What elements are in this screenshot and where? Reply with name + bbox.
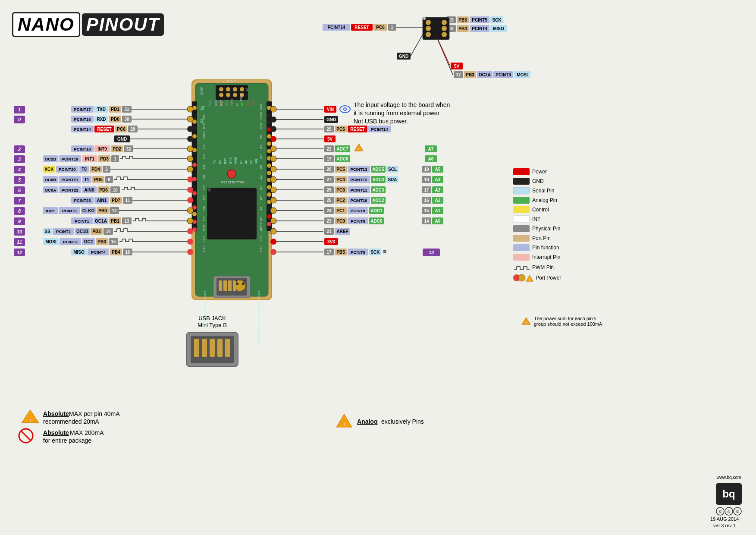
svg-text:XCK: XCK bbox=[44, 167, 54, 172]
svg-text:SDA: SDA bbox=[388, 177, 397, 182]
svg-text:OC1B: OC1B bbox=[76, 229, 88, 234]
svg-point-91 bbox=[267, 192, 271, 197]
svg-point-348 bbox=[270, 166, 276, 172]
svg-rect-463 bbox=[513, 178, 530, 185]
svg-text:PB4: PB4 bbox=[112, 250, 120, 255]
svg-point-263 bbox=[187, 218, 193, 224]
svg-text:32: 32 bbox=[126, 147, 131, 151]
svg-text:PD5: PD5 bbox=[94, 177, 103, 182]
svg-text:RESET BUTTON: RESET BUTTON bbox=[221, 181, 245, 184]
svg-point-303 bbox=[187, 249, 193, 255]
info-text: The input voltage to the board when it i… bbox=[354, 101, 450, 125]
svg-text:1: 1 bbox=[18, 107, 21, 112]
svg-text:A5: A5 bbox=[435, 167, 441, 172]
svg-rect-104 bbox=[219, 280, 222, 291]
svg-point-88 bbox=[267, 171, 271, 175]
left-pin-3: 3 OC2B PCINT19 INT1 PD3 1 bbox=[14, 155, 193, 163]
svg-point-442 bbox=[270, 239, 276, 245]
svg-text:11: 11 bbox=[17, 239, 22, 245]
svg-text:0: 0 bbox=[18, 117, 21, 122]
svg-text:A0: A0 bbox=[259, 217, 263, 221]
svg-text:Port Pin: Port Pin bbox=[532, 235, 551, 241]
svg-text:VIN: VIN bbox=[327, 107, 334, 112]
svg-text:16: 16 bbox=[125, 250, 130, 255]
svg-point-81 bbox=[267, 120, 271, 125]
svg-text:9: 9 bbox=[18, 219, 21, 224]
right-pin-adc7: 22 ADC7 ! A7 bbox=[270, 144, 437, 152]
svg-text:!: ! bbox=[358, 147, 360, 151]
svg-point-99 bbox=[207, 188, 211, 192]
svg-rect-469 bbox=[513, 206, 530, 213]
svg-text:RXD: RXD bbox=[97, 117, 106, 122]
svg-point-84 bbox=[267, 142, 271, 146]
svg-text:A3: A3 bbox=[435, 188, 441, 192]
svg-text:RESET: RESET bbox=[97, 127, 111, 132]
svg-point-32 bbox=[426, 32, 431, 37]
top-right-labels: PCINT14 RESET PC6 1 19 PB5 PCINT5 SCK bbox=[323, 16, 530, 78]
svg-text:A1: A1 bbox=[435, 208, 441, 213]
svg-text:D6: D6 bbox=[202, 185, 206, 190]
svg-point-59 bbox=[240, 87, 244, 91]
svg-text:bq: bq bbox=[722, 488, 735, 500]
svg-text:VIN: VIN bbox=[252, 101, 255, 106]
svg-text:PCINT8: PCINT8 bbox=[351, 219, 365, 223]
svg-text:⊙: ⊙ bbox=[727, 510, 731, 514]
svg-point-446 bbox=[270, 249, 276, 255]
svg-text:!: ! bbox=[344, 422, 345, 427]
analog-note: ! Analog exclusively Pins bbox=[336, 414, 424, 427]
svg-point-73 bbox=[192, 191, 197, 195]
svg-text:23: 23 bbox=[326, 219, 332, 223]
svg-point-31 bbox=[442, 26, 447, 31]
svg-text:17: 17 bbox=[326, 250, 332, 255]
svg-point-408 bbox=[270, 208, 276, 214]
left-pin-1: 1 PCINT17 TXD PD1 31 bbox=[14, 106, 193, 113]
svg-text:19 AUG 2014: 19 AUG 2014 bbox=[710, 516, 739, 522]
svg-point-30 bbox=[426, 26, 431, 31]
svg-text:D13: D13 bbox=[259, 245, 263, 252]
svg-text:D3: D3 bbox=[202, 154, 206, 159]
svg-text:AREF: AREF bbox=[259, 222, 263, 231]
svg-text:Physical Pin: Physical Pin bbox=[532, 226, 560, 232]
svg-point-94 bbox=[267, 214, 271, 219]
svg-rect-467 bbox=[513, 197, 530, 204]
svg-text:1: 1 bbox=[114, 157, 116, 161]
svg-text:PWR: PWR bbox=[239, 93, 243, 101]
svg-text:PC0: PC0 bbox=[336, 219, 345, 223]
right-pin-a2: 25 PC2 PCINT10 ADC2 16 A2 bbox=[270, 197, 443, 204]
svg-text:PC6: PC6 bbox=[376, 25, 385, 30]
svg-text:14: 14 bbox=[424, 219, 429, 223]
svg-text:A0: A0 bbox=[435, 219, 441, 223]
svg-text:SCL: SCL bbox=[388, 167, 397, 172]
svg-text:recommended 20mA: recommended 20mA bbox=[43, 418, 100, 425]
svg-text:D12: D12 bbox=[202, 245, 206, 252]
svg-line-37 bbox=[411, 35, 423, 56]
right-pin-5v: 5V bbox=[270, 135, 336, 142]
left-pin-8: 8 ICP1 PCINT0 CLKO PB0 12 bbox=[14, 207, 193, 215]
svg-text:OC0A: OC0A bbox=[45, 188, 56, 192]
svg-text:The input voltage to the board: The input voltage to the board when bbox=[354, 101, 450, 108]
svg-text:25: 25 bbox=[326, 198, 332, 203]
svg-text:T0: T0 bbox=[82, 167, 87, 172]
svg-text:A7: A7 bbox=[235, 102, 238, 106]
left-pin-9: 9 PCINT1 OC1A PB1 13 bbox=[14, 217, 193, 225]
svg-line-51 bbox=[436, 35, 453, 75]
left-pin-10: 10 SS PCINT2 OC1B PB2 14 bbox=[14, 228, 193, 236]
svg-text:3V3: 3V3 bbox=[327, 239, 335, 244]
svg-rect-471 bbox=[513, 216, 530, 223]
svg-text:PCINT21: PCINT21 bbox=[61, 177, 78, 182]
svg-point-131 bbox=[187, 106, 193, 112]
svg-text:13: 13 bbox=[429, 250, 434, 255]
svg-text:Absolute: Absolute bbox=[43, 429, 69, 436]
svg-text:14: 14 bbox=[106, 229, 111, 234]
svg-text:PC2: PC2 bbox=[336, 198, 345, 203]
svg-text:CLKO: CLKO bbox=[82, 208, 95, 213]
right-pin-a1: 24 PC1 PCINT9 ADC1 15 A1 bbox=[270, 207, 443, 214]
svg-text:A6: A6 bbox=[245, 160, 248, 164]
svg-text:RST: RST bbox=[202, 122, 206, 129]
svg-text:it is running from external po: it is running from external power. bbox=[354, 110, 441, 116]
right-pin-3v3: 3V3 bbox=[270, 238, 338, 245]
svg-point-75 bbox=[192, 212, 197, 216]
left-pin-2: 2 PCINT18 INT0 PD2 32 bbox=[14, 145, 193, 153]
svg-text:PCINT20: PCINT20 bbox=[59, 167, 75, 172]
bug-mascot bbox=[235, 280, 245, 291]
